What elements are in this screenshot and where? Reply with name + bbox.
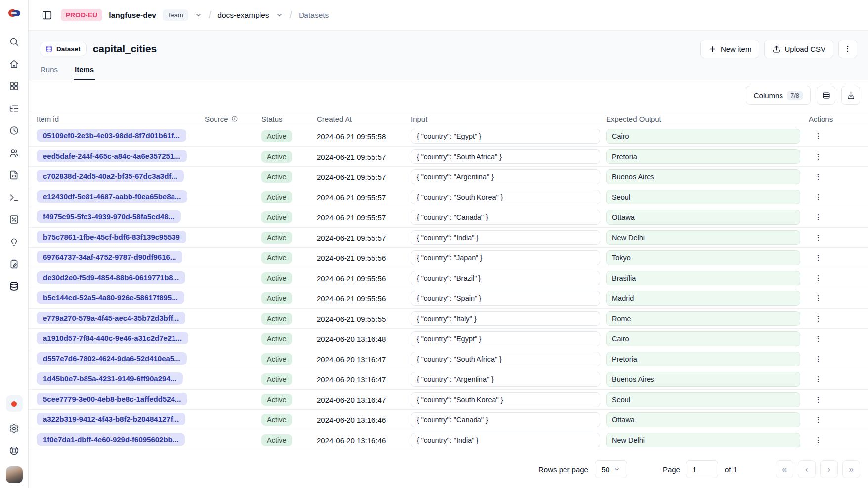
- input-cell[interactable]: { "country": "Argentina" }: [411, 169, 600, 184]
- item-id-link[interactable]: 1f0e7da1-dbff-4e60-929d-f6095602bb...: [37, 433, 185, 446]
- item-id-link[interactable]: eed5dafe-244f-465c-a84c-4a6e357251...: [37, 150, 187, 162]
- expected-output-cell[interactable]: Pretoria: [606, 149, 800, 164]
- next-page-button[interactable]: ›: [820, 460, 838, 478]
- expected-output-cell[interactable]: Brasília: [606, 271, 800, 285]
- prompts-icon[interactable]: [4, 164, 24, 186]
- evaluation-icon[interactable]: [4, 208, 24, 231]
- row-height-button[interactable]: [817, 86, 835, 105]
- item-id-link[interactable]: d557e7d6-7802-4624-9da6-52d410ea5...: [37, 352, 187, 365]
- expected-output-cell[interactable]: Pretoria: [606, 352, 800, 366]
- expected-output-cell[interactable]: Seoul: [606, 190, 800, 204]
- project-name[interactable]: docs-examples: [217, 11, 269, 20]
- expected-output-cell[interactable]: Buenos Aires: [606, 372, 800, 387]
- first-page-button[interactable]: «: [776, 460, 793, 478]
- prev-page-button[interactable]: ‹: [798, 460, 816, 478]
- annotation-icon[interactable]: [4, 253, 24, 275]
- expected-output-cell[interactable]: Rome: [606, 311, 800, 326]
- tab-items[interactable]: Items: [74, 65, 95, 80]
- dashboards-icon[interactable]: [4, 75, 24, 97]
- columns-button[interactable]: Columns 7/8: [746, 86, 811, 105]
- expected-output-cell[interactable]: Madrid: [606, 291, 800, 306]
- expected-output-cell[interactable]: Ottawa: [606, 412, 800, 427]
- org-name[interactable]: langfuse-dev: [109, 11, 156, 20]
- tracing-icon[interactable]: [4, 97, 24, 120]
- home-icon[interactable]: [4, 53, 24, 75]
- langfuse-logo-icon[interactable]: [8, 7, 21, 20]
- item-id-link[interactable]: c702838d-24d5-40a2-bf35-67dc3a3df...: [37, 170, 184, 182]
- input-cell[interactable]: { "country": "India" }: [411, 230, 600, 245]
- row-actions-button[interactable]: [811, 210, 825, 225]
- item-id-link[interactable]: b5c144cd-52a5-4a80-926e-58617f895...: [37, 291, 184, 304]
- tab-runs[interactable]: Runs: [40, 65, 59, 80]
- row-actions-button[interactable]: [811, 311, 825, 326]
- input-cell[interactable]: { "country": "South Korea" }: [411, 392, 600, 407]
- expected-output-cell[interactable]: Cairo: [606, 129, 800, 144]
- expected-output-cell[interactable]: New Delhi: [606, 433, 800, 447]
- support-icon[interactable]: [4, 440, 24, 462]
- row-actions-button[interactable]: [811, 412, 825, 427]
- row-actions-button[interactable]: [811, 372, 825, 387]
- item-id-link[interactable]: 1d45b0e7-b85a-4231-9149-6ff90a294...: [37, 372, 183, 385]
- input-cell[interactable]: { "country": "Brazil" }: [411, 271, 600, 285]
- rows-per-page-select[interactable]: 50: [595, 460, 627, 478]
- info-icon[interactable]: [231, 115, 238, 122]
- item-id-link[interactable]: a322b319-9412-4f43-b8f2-b20484127f...: [37, 413, 185, 425]
- export-button[interactable]: [841, 86, 860, 105]
- recording-status-icon[interactable]: [6, 395, 23, 412]
- input-cell[interactable]: { "country": "Italy" }: [411, 311, 600, 326]
- org-chevron-down-icon[interactable]: [195, 11, 202, 19]
- row-actions-button[interactable]: [811, 433, 825, 447]
- input-cell[interactable]: { "country": "South Africa" }: [411, 352, 600, 366]
- row-actions-button[interactable]: [811, 169, 825, 184]
- row-actions-button[interactable]: [811, 250, 825, 265]
- input-cell[interactable]: { "country": "Canada" }: [411, 210, 600, 225]
- row-actions-button[interactable]: [811, 271, 825, 285]
- input-cell[interactable]: { "country": "South Korea" }: [411, 190, 600, 204]
- last-page-button[interactable]: »: [842, 460, 860, 478]
- expected-output-cell[interactable]: Ottawa: [606, 210, 800, 225]
- item-id-link[interactable]: a1910d57-7f84-440c-9e46-a31c2d7e21...: [37, 332, 188, 344]
- input-cell[interactable]: { "country": "Egypt" }: [411, 129, 600, 144]
- search-icon[interactable]: [4, 31, 24, 53]
- item-id-link[interactable]: 69764737-34af-4752-9787-d90df9616...: [37, 251, 182, 263]
- item-id-link[interactable]: de30d2e0-f5d9-4854-88b6-0619771b8...: [37, 271, 185, 284]
- sessions-icon[interactable]: [4, 120, 24, 142]
- sidebar-toggle-icon[interactable]: [40, 8, 54, 23]
- input-cell[interactable]: { "country": "Spain" }: [411, 291, 600, 306]
- item-id-link[interactable]: f4975c95-5fc3-4939-970d-58fa5cd48...: [37, 210, 181, 223]
- datasets-icon[interactable]: [4, 275, 24, 297]
- row-actions-button[interactable]: [811, 190, 825, 204]
- item-id-link[interactable]: e12430df-5e81-4687-aabb-f0ea65be8a...: [37, 190, 187, 203]
- input-cell[interactable]: { "country": "Egypt" }: [411, 331, 600, 346]
- insights-icon[interactable]: [4, 231, 24, 253]
- page-number-input[interactable]: [686, 460, 718, 478]
- row-actions-button[interactable]: [811, 352, 825, 366]
- user-avatar[interactable]: [6, 466, 23, 483]
- expected-output-cell[interactable]: Cairo: [606, 331, 800, 346]
- row-actions-button[interactable]: [811, 331, 825, 346]
- project-chevron-down-icon[interactable]: [276, 11, 283, 19]
- item-id-link[interactable]: 5cee7779-3e00-4eb8-be8c-1affedd524...: [37, 393, 187, 405]
- input-cell[interactable]: { "country": "India" }: [411, 433, 600, 447]
- row-actions-button[interactable]: [811, 149, 825, 164]
- users-icon[interactable]: [4, 142, 24, 164]
- new-item-button[interactable]: New item: [700, 40, 760, 58]
- breadcrumb-current[interactable]: Datasets: [299, 11, 329, 20]
- item-id-link[interactable]: b75c7861-1fbe-45cf-bdf6-83f139c95539: [37, 231, 186, 243]
- playground-icon[interactable]: [4, 186, 24, 208]
- row-actions-button[interactable]: [811, 392, 825, 407]
- input-cell[interactable]: { "country": "Argentina" }: [411, 372, 600, 387]
- settings-gear-icon[interactable]: [4, 417, 24, 440]
- row-actions-button[interactable]: [811, 230, 825, 245]
- input-cell[interactable]: { "country": "Canada" }: [411, 412, 600, 427]
- row-actions-button[interactable]: [811, 291, 825, 306]
- expected-output-cell[interactable]: Buenos Aires: [606, 169, 800, 184]
- item-id-link[interactable]: e779a270-579a-4f45-aec4-35b72d3bff...: [37, 312, 185, 324]
- item-id-link[interactable]: 05109ef0-2e3b-4e03-98dd-8f7d01b61f...: [37, 129, 186, 142]
- input-cell[interactable]: { "country": "Japan" }: [411, 250, 600, 265]
- input-cell[interactable]: { "country": "South Africa" }: [411, 149, 600, 164]
- expected-output-cell[interactable]: New Delhi: [606, 230, 800, 245]
- expected-output-cell[interactable]: Tokyo: [606, 250, 800, 265]
- row-actions-button[interactable]: [811, 129, 825, 144]
- expected-output-cell[interactable]: Seoul: [606, 392, 800, 407]
